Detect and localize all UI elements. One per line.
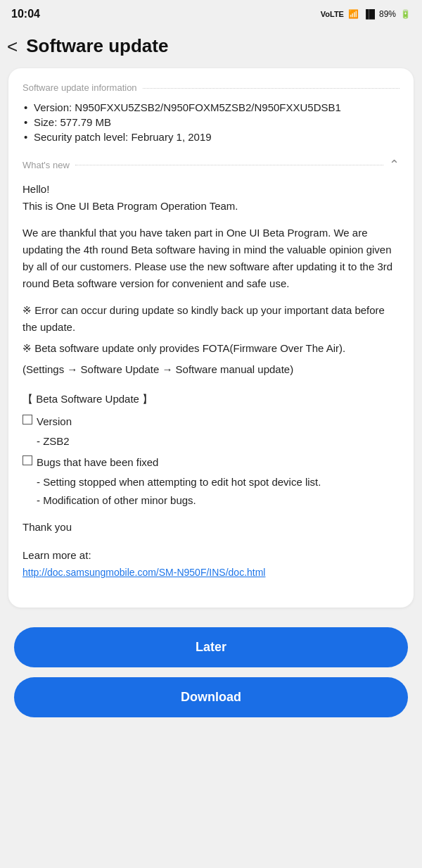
battery-icon: 🔋 — [400, 9, 411, 19]
info-list: Version: N950FXXU5ZSB2/N950FOXM5ZSB2/N95… — [23, 101, 399, 143]
dotted-divider-2 — [75, 165, 383, 165]
bugs-label: Bugs that have been fixed — [37, 454, 158, 471]
bottom-buttons: Later Download — [0, 622, 422, 734]
status-icons: VoLTE 📶 ▐█ 89% 🔋 — [321, 9, 411, 19]
page-title: Software update — [26, 35, 168, 57]
note2-text: ※ Beta software update only provides FOT… — [23, 340, 399, 357]
status-time: 10:04 — [11, 8, 40, 20]
list-item: Security patch level: February 1, 2019 — [23, 131, 399, 143]
learn-more-label: Learn more at: — [23, 549, 91, 561]
info-section-label: Software update information — [23, 82, 137, 93]
page-header: < Software update — [0, 28, 422, 68]
version-value: - ZSB2 — [23, 433, 399, 450]
version-label: Version — [37, 413, 72, 430]
version-checkbox — [23, 415, 32, 424]
whats-new-section-header: What's new ⌃ — [23, 157, 399, 172]
body-text: We are thankful that you have taken part… — [23, 225, 399, 292]
whats-new-content: Hello! This is One UI Beta Program Opera… — [23, 181, 399, 581]
note3-text: (Settings → Software Update → Software m… — [23, 361, 399, 378]
info-section-header: Software update information — [23, 82, 399, 93]
note1-text: ※ Error can occur during update so kindl… — [23, 302, 399, 336]
learn-more-link[interactable]: http://doc.samsungmobile.com/SM-N950F/IN… — [23, 567, 265, 578]
list-item: Version: N950FXXU5ZSB2/N950FOXM5ZSB2/N95… — [23, 101, 399, 113]
download-button[interactable]: Download — [14, 677, 408, 717]
thank-you-text: Thank you — [23, 519, 399, 536]
whats-new-label: What's new — [23, 160, 70, 170]
dotted-divider — [143, 88, 399, 89]
version-item: Version — [23, 413, 399, 430]
later-button[interactable]: Later — [14, 627, 408, 667]
learn-more-section: Learn more at: http://doc.samsungmobile.… — [23, 547, 399, 581]
back-button[interactable]: < — [7, 37, 18, 56]
beta-section: 【 Beta Software Update 】 Version - ZSB2 … — [23, 391, 399, 509]
greeting-text: Hello! This is One UI Beta Program Opera… — [23, 181, 399, 215]
status-bar: 10:04 VoLTE 📶 ▐█ 89% 🔋 — [0, 0, 422, 28]
beta-title: 【 Beta Software Update 】 — [23, 391, 399, 408]
battery-text: 89% — [379, 9, 396, 19]
chevron-up-icon[interactable]: ⌃ — [389, 157, 399, 172]
wifi-icon: 📶 — [348, 9, 359, 19]
content-card: Software update information Version: N95… — [8, 68, 414, 608]
bug-item-2: - Modification of other minor bugs. — [23, 492, 399, 509]
bug-item-1: - Setting stopped when attempting to edi… — [23, 474, 399, 491]
bugs-checkbox — [23, 455, 32, 465]
signal-icon: ▐█ — [363, 9, 375, 19]
list-item: Size: 577.79 MB — [23, 116, 399, 128]
bugs-item: Bugs that have been fixed — [23, 454, 399, 471]
volte-icon: VoLTE — [321, 10, 344, 18]
